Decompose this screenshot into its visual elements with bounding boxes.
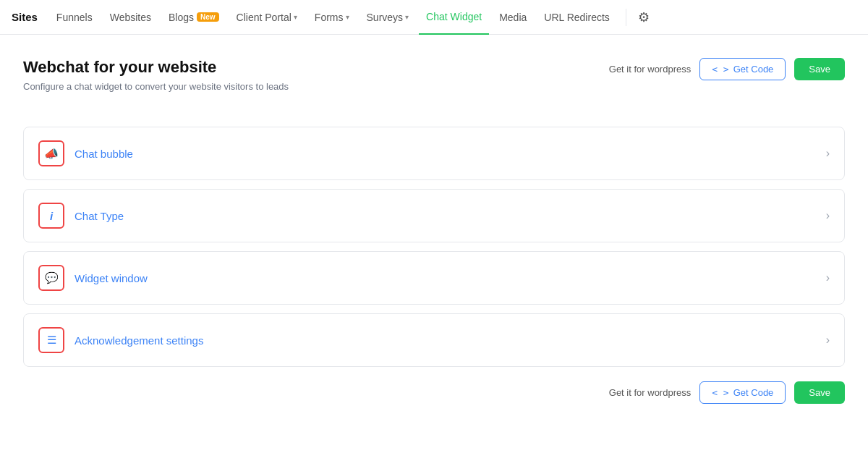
bottom-save-button[interactable]: Save — [794, 381, 845, 404]
nav-brand: Sites — [12, 11, 38, 23]
chat-bubble-chevron-icon: › — [826, 147, 830, 160]
widget-window-row[interactable]: 💬 Widget window › — [24, 252, 844, 304]
acknowledgement-settings-chevron-icon: › — [826, 334, 830, 347]
bottom-action-bar: Get it for wordpress < > Get Code Save — [23, 381, 845, 404]
gear-icon[interactable]: ⚙ — [635, 7, 652, 28]
chat-type-label: Chat Type — [75, 210, 826, 222]
nav-item-blogs[interactable]: Blogs New — [161, 0, 226, 35]
chat-type-card: i Chat Type › — [23, 189, 845, 242]
code-icon: < > — [712, 64, 728, 75]
bottom-code-icon: < > — [712, 387, 728, 398]
get-code-button[interactable]: < > Get Code — [699, 58, 786, 80]
nav-item-chat-widget[interactable]: Chat Widget — [419, 0, 489, 35]
megaphone-icon: 📣 — [44, 147, 59, 161]
chat-type-chevron-icon: › — [826, 209, 830, 222]
nav-divider — [626, 9, 626, 26]
page-title: Webchat for your website — [23, 58, 289, 77]
nav-item-client-portal[interactable]: Client Portal ▾ — [229, 0, 305, 35]
chat-type-icon-box: i — [38, 203, 64, 229]
widget-window-label: Widget window — [75, 272, 826, 284]
bottom-get-code-button[interactable]: < > Get Code — [699, 381, 786, 404]
blogs-badge: New — [197, 12, 219, 22]
chat-bubble-card: 📣 Chat bubble › — [23, 127, 845, 180]
nav-item-funnels[interactable]: Funnels — [49, 0, 100, 35]
nav-item-url-redirects[interactable]: URL Redirects — [537, 0, 617, 35]
top-action-bar: Get it for wordpress < > Get Code Save — [609, 58, 845, 80]
surveys-chevron: ▾ — [405, 13, 409, 21]
save-button[interactable]: Save — [794, 58, 845, 80]
chat-bubble-label: Chat bubble — [75, 148, 826, 160]
nav-item-media[interactable]: Media — [492, 0, 534, 35]
page-header: Webchat for your website Configure a cha… — [23, 58, 289, 112]
chat-type-row[interactable]: i Chat Type › — [24, 190, 844, 242]
chat-bubble-icon-box: 📣 — [38, 140, 64, 166]
chat-bubble-row[interactable]: 📣 Chat bubble › — [24, 127, 844, 179]
widget-window-icon-box: 💬 — [38, 265, 64, 291]
nav-item-surveys[interactable]: Surveys ▾ — [359, 0, 417, 35]
nav-item-forms[interactable]: Forms ▾ — [307, 0, 357, 35]
widget-window-card: 💬 Widget window › — [23, 251, 845, 305]
forms-chevron: ▾ — [346, 13, 349, 21]
top-nav: Sites Funnels Websites Blogs New Client … — [0, 0, 868, 35]
info-icon: i — [50, 210, 53, 222]
acknowledgement-settings-row[interactable]: ☰ Acknowledgement settings › — [24, 314, 844, 366]
acknowledgement-settings-label: Acknowledgement settings — [75, 334, 826, 347]
widget-window-chevron-icon: › — [826, 271, 830, 284]
bottom-wordpress-label: Get it for wordpress — [609, 387, 691, 398]
list-icon: ☰ — [47, 334, 56, 347]
wordpress-label: Get it for wordpress — [609, 64, 691, 75]
page-content: Webchat for your website Configure a cha… — [0, 35, 868, 427]
nav-item-websites[interactable]: Websites — [103, 0, 158, 35]
page-subtitle: Configure a chat widget to convert your … — [23, 81, 289, 92]
acknowledgement-settings-icon-box: ☰ — [38, 327, 64, 353]
client-portal-chevron: ▾ — [294, 13, 297, 21]
chat-icon: 💬 — [45, 271, 59, 284]
acknowledgement-settings-card: ☰ Acknowledgement settings › — [23, 313, 845, 367]
